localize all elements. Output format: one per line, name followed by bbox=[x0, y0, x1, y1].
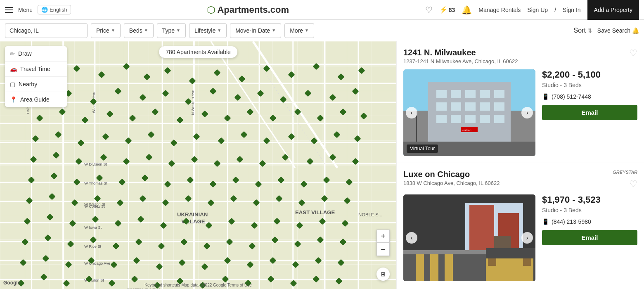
map-pin[interactable] bbox=[163, 91, 169, 98]
map-pin[interactable] bbox=[74, 66, 80, 73]
map-pin[interactable] bbox=[114, 244, 119, 251]
map-pin[interactable] bbox=[293, 262, 299, 270]
map-pin[interactable] bbox=[270, 116, 276, 123]
travel-time-tool-button[interactable]: 🚗 Travel Time bbox=[5, 62, 67, 77]
map-pin[interactable] bbox=[134, 258, 140, 265]
map-pin[interactable] bbox=[91, 237, 97, 245]
map-pin[interactable] bbox=[31, 157, 37, 164]
map-pin[interactable] bbox=[314, 64, 320, 71]
map-pin[interactable] bbox=[23, 239, 28, 247]
map-pin[interactable] bbox=[93, 217, 99, 224]
map-pin[interactable] bbox=[330, 155, 336, 162]
map-pin[interactable] bbox=[68, 242, 74, 249]
map-pin[interactable] bbox=[27, 198, 33, 206]
map-pin[interactable] bbox=[101, 155, 107, 162]
save-search-button[interactable]: Save Search 🔔 bbox=[597, 27, 639, 34]
map-pin[interactable] bbox=[74, 180, 80, 187]
map-pin[interactable] bbox=[254, 200, 260, 208]
map-pin[interactable] bbox=[353, 159, 359, 166]
map-pin[interactable] bbox=[277, 196, 282, 204]
map-pin[interactable] bbox=[89, 258, 95, 265]
map-pin[interactable] bbox=[41, 275, 47, 282]
map-pin[interactable] bbox=[272, 237, 278, 245]
map-pin[interactable] bbox=[242, 132, 247, 140]
map-pin[interactable] bbox=[308, 159, 313, 166]
map-pin[interactable] bbox=[305, 91, 311, 98]
map-pin[interactable] bbox=[126, 138, 132, 146]
map-pin[interactable] bbox=[215, 70, 220, 78]
map-pin[interactable] bbox=[235, 95, 241, 102]
map-pin[interactable] bbox=[132, 277, 138, 284]
map-pin[interactable] bbox=[64, 281, 70, 288]
map-pin[interactable] bbox=[237, 157, 243, 164]
map-pin[interactable] bbox=[248, 262, 253, 270]
map-pin[interactable] bbox=[165, 182, 171, 189]
map-pin[interactable] bbox=[318, 116, 324, 123]
map-pin[interactable] bbox=[279, 178, 284, 185]
manage-rentals-link[interactable]: Manage Rentals bbox=[478, 7, 521, 13]
flash-count[interactable]: ⚡ 83 bbox=[439, 6, 455, 14]
map-pin[interactable] bbox=[301, 182, 307, 189]
map-pin[interactable] bbox=[182, 239, 187, 247]
map-pin[interactable] bbox=[299, 200, 305, 208]
map-pin[interactable] bbox=[116, 221, 121, 228]
map-pin[interactable] bbox=[186, 99, 192, 107]
map-pin[interactable] bbox=[343, 221, 348, 228]
map-pin[interactable] bbox=[250, 244, 256, 251]
map-pin[interactable] bbox=[219, 138, 225, 146]
beds-filter-button[interactable]: Beds ▼ bbox=[124, 23, 154, 38]
map-pin[interactable] bbox=[345, 198, 350, 206]
map-pin[interactable] bbox=[66, 262, 72, 270]
heart-nav-icon[interactable]: ♡ bbox=[425, 5, 433, 15]
map-pin[interactable] bbox=[260, 161, 266, 168]
map-pin[interactable] bbox=[324, 178, 330, 185]
map-pin[interactable] bbox=[339, 260, 344, 268]
map-pin[interactable] bbox=[211, 182, 216, 189]
map-pin[interactable] bbox=[153, 109, 159, 117]
map-pin[interactable] bbox=[204, 244, 210, 251]
map-pin[interactable] bbox=[231, 196, 237, 204]
draw-tool-button[interactable]: ✏ Draw bbox=[5, 46, 67, 62]
map-pin[interactable] bbox=[54, 153, 59, 160]
map-pin[interactable] bbox=[186, 196, 192, 204]
area-guide-tool-button[interactable]: 📍 Area Guide bbox=[5, 92, 67, 107]
map-pin[interactable] bbox=[275, 219, 280, 226]
map-pin[interactable] bbox=[47, 215, 53, 222]
sign-up-link[interactable]: Sign Up bbox=[527, 7, 548, 13]
map-pin[interactable] bbox=[124, 159, 130, 166]
map-pin[interactable] bbox=[283, 155, 289, 162]
map-pin[interactable] bbox=[111, 262, 117, 270]
map-pin[interactable] bbox=[50, 194, 55, 201]
map-pin[interactable] bbox=[211, 89, 216, 96]
listing-image-1[interactable]: verizon Virtual Tour ‹ › bbox=[403, 69, 535, 156]
language-button[interactable]: 🌐 English bbox=[38, 5, 71, 14]
map-pin[interactable] bbox=[147, 155, 152, 162]
map-pin[interactable] bbox=[341, 239, 346, 247]
map-pin[interactable] bbox=[144, 74, 150, 82]
map-pin[interactable] bbox=[76, 159, 82, 166]
map-pin[interactable] bbox=[116, 89, 121, 96]
price-filter-button[interactable]: Price ▼ bbox=[91, 23, 121, 38]
map-pin[interactable] bbox=[70, 221, 76, 228]
bell-nav-icon[interactable]: 🔔 bbox=[462, 5, 472, 15]
map-pin[interactable] bbox=[33, 136, 39, 144]
map-pin[interactable] bbox=[29, 178, 35, 185]
map-pin[interactable] bbox=[314, 277, 320, 284]
map-pin[interactable] bbox=[225, 258, 231, 265]
map-pin[interactable] bbox=[258, 91, 264, 98]
menu-label[interactable]: Menu bbox=[18, 7, 33, 13]
zoom-out-button[interactable]: − bbox=[376, 243, 390, 256]
map-pin[interactable] bbox=[72, 200, 78, 208]
map-pin[interactable] bbox=[140, 95, 146, 102]
map-pin[interactable] bbox=[21, 260, 26, 268]
map-pin[interactable] bbox=[124, 64, 130, 71]
sort-button[interactable]: Sort ⇅ bbox=[573, 27, 592, 34]
map-pin[interactable] bbox=[37, 116, 43, 123]
map-pin[interactable] bbox=[109, 281, 115, 288]
sign-in-link[interactable]: Sign In bbox=[563, 7, 581, 13]
map-pin[interactable] bbox=[180, 260, 185, 268]
map-pin[interactable] bbox=[66, 91, 72, 98]
map-pin[interactable] bbox=[25, 219, 31, 226]
map-pin[interactable] bbox=[322, 196, 328, 204]
map-pin[interactable] bbox=[149, 132, 154, 140]
